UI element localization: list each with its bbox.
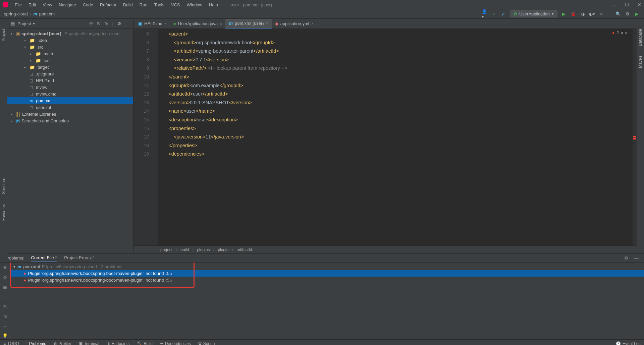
editor-tab-HELP-md[interactable]: ▣HELP.md× [135, 19, 170, 28]
menu-navigate[interactable]: Navigate [56, 2, 78, 8]
collapse-all-icon[interactable]: ⇲ [105, 21, 108, 26]
minimize-icon[interactable]: — [612, 2, 617, 7]
tree-item-main[interactable]: ▸📁main [7, 50, 133, 57]
hide-problems-icon[interactable]: — [633, 255, 639, 261]
debug-icon[interactable]: 🐞 [570, 11, 576, 17]
external-libraries[interactable]: ▸‖‖ External Libraries [7, 111, 133, 117]
menu-file[interactable]: File [12, 2, 24, 8]
problems-tab-current-file[interactable]: Current File 2 [31, 254, 58, 262]
tree-item-user-iml[interactable]: ◻user.iml [7, 104, 133, 111]
run-config-selector[interactable]: ✿ UserApplication ▾ [510, 10, 557, 17]
profiler-icon[interactable]: ◐▾ [589, 11, 595, 17]
bottom-tool-todo[interactable]: ≡TODO [3, 341, 19, 345]
editor-tab-pom-xml-user-[interactable]: mpom.xml (user)× [225, 19, 271, 28]
next-error-icon[interactable]: v [625, 31, 627, 35]
crumb-plugin[interactable]: plugin [218, 247, 228, 252]
tree-item-test[interactable]: ▸📁test [7, 57, 133, 64]
menu-vcs[interactable]: VCS [168, 2, 183, 8]
run-icon[interactable]: ▶ [561, 11, 567, 17]
structure-tool-button[interactable]: Structure [1, 178, 6, 194]
bottom-tool-dependencies[interactable]: ≣Dependencies [160, 341, 191, 345]
problems-settings-icon[interactable]: ⚙ [623, 255, 629, 261]
problem-item[interactable]: ●Plugin 'org.springframework.boot:spring… [10, 270, 644, 277]
menu-tools[interactable]: Tools [152, 2, 167, 8]
editor-tab-application-yml[interactable]: ◆application.yml× [272, 19, 317, 28]
eye-icon[interactable]: 👁 [3, 265, 7, 270]
search-icon[interactable]: 🔍 [615, 11, 621, 17]
inspection-widget[interactable]: ● 2 ʌ v [609, 29, 630, 37]
bottom-tool-profiler[interactable]: ◐Profiler [54, 341, 71, 345]
project-view-icon[interactable]: ▤ [11, 21, 15, 26]
prev-error-icon[interactable]: ʌ [621, 31, 623, 35]
menu-run[interactable]: Run [137, 2, 150, 8]
vcs-update-icon[interactable]: ✓ [491, 11, 497, 17]
project-tool-button[interactable]: Project [1, 29, 6, 41]
settings-icon[interactable]: ⚙ [625, 11, 631, 17]
scratches[interactable]: ▸◩ Scratches and Consoles [7, 117, 133, 124]
bottom-tool-terminal[interactable]: ▣Terminal [79, 341, 99, 345]
crumb-artifactId[interactable]: artifactId [236, 247, 252, 252]
tree-item-src[interactable]: ▾📁src [7, 44, 133, 50]
menu-code[interactable]: Code [80, 2, 96, 8]
stop-icon[interactable]: ■ [598, 11, 604, 17]
editor-breadcrumbs[interactable]: project›build›plugins›plugin›artifactId [133, 245, 637, 253]
error-stripe[interactable] [633, 29, 637, 245]
tree-item-mvnw[interactable]: ◻mvnw [7, 84, 133, 91]
tree-item--gitignore[interactable]: ◻.gitignore [7, 70, 133, 77]
tree-item-target[interactable]: ▸📁target [7, 64, 133, 70]
coverage-icon[interactable]: ◑ [580, 11, 586, 17]
problems-file-row[interactable]: ▾ m pom.xml E:\project\study\spring-clou… [10, 263, 644, 270]
favorites-tool-button[interactable]: Favorites [1, 204, 6, 221]
bottom-tool-problems[interactable]: !Problems [26, 341, 46, 345]
tree-item-mvnw-cmd[interactable]: ◻mvnw.cmd [7, 91, 133, 97]
menu-refactor[interactable]: Refactor [97, 2, 119, 8]
problems-tab-project-errors[interactable]: Project Errors 2 [64, 254, 94, 262]
line-gutter[interactable]: 5678910111213141516171819 [133, 29, 152, 245]
project-title[interactable]: Project ▾ [17, 21, 87, 26]
close-tab-icon[interactable]: × [220, 21, 222, 26]
breadcrumb[interactable]: spring-cloud › m pom.xml [4, 11, 56, 16]
menu-window[interactable]: Window [184, 2, 205, 8]
locate-icon[interactable]: ⊕ [89, 21, 93, 26]
menu-build[interactable]: Build [120, 2, 136, 8]
maximize-icon[interactable]: ☐ [625, 2, 629, 7]
crumb-project[interactable]: project [160, 247, 172, 252]
expand-icon[interactable]: ⇱ [3, 304, 7, 309]
editor-body[interactable]: 5678910111213141516171819 <parent> <grou… [133, 29, 637, 245]
tree-item-HELP-md[interactable]: ◻HELP.md [7, 77, 133, 84]
close-tab-icon[interactable]: × [164, 21, 167, 26]
tree-item--idea[interactable]: ▾📁.idea [7, 37, 133, 44]
gear-icon[interactable]: ⚙ [117, 21, 121, 26]
breadcrumb-root[interactable]: spring-cloud [4, 11, 28, 16]
bulb-icon[interactable]: 💡 [2, 333, 8, 338]
problem-item[interactable]: ●Plugin 'org.springframework.boot:spring… [10, 277, 644, 283]
tree-root[interactable]: ▾ ▣ spring-cloud [user] E:\project\study… [7, 30, 133, 37]
close-window-icon[interactable]: ✕ [637, 2, 641, 7]
bottom-tool-endpoints[interactable]: ◎Endpoints [107, 341, 129, 345]
database-tool-button[interactable]: Database [638, 29, 643, 46]
menu-help[interactable]: Help [206, 2, 221, 8]
maven-tool-button[interactable]: Maven [638, 56, 643, 68]
add-user-icon[interactable]: 👤▾ [482, 11, 488, 17]
bottom-tool-spring[interactable]: ✿Spring [198, 341, 215, 345]
collapse-icon[interactable]: ⇲ [3, 314, 7, 319]
code-content[interactable]: <parent> <groupId>org.springframework.bo… [158, 29, 637, 245]
hide-panel-icon[interactable]: — [125, 21, 130, 26]
close-tab-icon[interactable]: × [266, 21, 268, 26]
editor-tab-UserApplication-java[interactable]: ●UserApplication.java× [170, 19, 225, 28]
menu-edit[interactable]: Edit [26, 2, 39, 8]
bottom-tool-build[interactable]: 🔨Build [137, 341, 153, 345]
run-anything-icon[interactable]: ▶ [634, 11, 640, 17]
tree-item-pom-xml[interactable]: mpom.xml [7, 97, 133, 104]
project-tree[interactable]: ▾ ▣ spring-cloud [user] E:\project\study… [7, 29, 133, 253]
problems-list[interactable]: ▾ m pom.xml E:\project\study\spring-clou… [10, 263, 644, 339]
crumb-build[interactable]: build [180, 247, 189, 252]
auto-scroll-icon[interactable]: ⟳ [3, 275, 7, 280]
event-log-button[interactable]: 🕑 Event Log [616, 341, 641, 345]
menu-view[interactable]: View [40, 2, 55, 8]
breadcrumb-file[interactable]: pom.xml [39, 11, 56, 16]
close-tab-icon[interactable]: × [311, 21, 314, 26]
expand-all-icon[interactable]: ⇱ [97, 21, 101, 26]
crumb-plugins[interactable]: plugins [197, 247, 210, 252]
filter-icon[interactable]: ▣ [3, 285, 7, 290]
